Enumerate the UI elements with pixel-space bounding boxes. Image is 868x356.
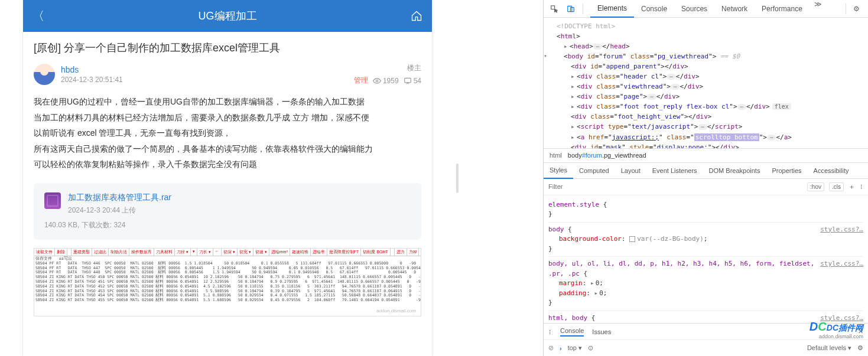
elements-tree[interactable]: <!DOCTYPE html> <html> <head>⋯</head> <b…	[544, 18, 868, 148]
tabs-more-icon[interactable]: ≫	[810, 0, 827, 18]
comment-icon	[404, 77, 412, 85]
tab-network[interactable]: Network	[714, 0, 755, 18]
tree-line[interactable]: <div id="append_parent"></div>	[550, 61, 862, 71]
username-link[interactable]: hbds	[61, 65, 348, 74]
tree-line[interactable]: <div class="foot_height_view"></div>	[550, 112, 862, 122]
svg-rect-3	[568, 6, 572, 11]
page-title: UG编程加工	[199, 9, 257, 23]
styles-tab-computed[interactable]: Computed	[573, 162, 615, 179]
svg-point-0	[376, 80, 378, 82]
devtools-panel: Elements Console Sources Network Perform…	[543, 0, 868, 356]
console-clear-icon[interactable]: ⊘	[548, 344, 554, 352]
replies-count: 54	[414, 77, 421, 85]
avatar[interactable]	[34, 64, 55, 85]
splitter[interactable]	[455, 0, 460, 356]
html-open[interactable]: <html>	[550, 31, 862, 41]
console-input-row: ⊘ › top ▾ ⊙ Default levels ▾ ⚙ DCDC插件网 a…	[544, 339, 868, 356]
content-line: 所有这两天自己摸索的做了一个简易的，具备基本的读写功能，依靠表格软件强大的编辑能…	[34, 141, 421, 157]
tab-console[interactable]: Console	[634, 0, 674, 18]
tree-line[interactable]: <div class="viewthread">⋯</div>	[550, 81, 862, 92]
attachment-link[interactable]: 加工数据库表格管理工具.rar	[68, 192, 171, 203]
styles-tab-accessibility[interactable]: Accessibility	[808, 162, 855, 179]
tab-elements[interactable]: Elements	[590, 0, 634, 18]
console-settings-icon[interactable]: ⚙	[857, 344, 863, 352]
replies-stat: 54	[404, 77, 421, 85]
styles-tab-styles[interactable]: Styles	[544, 162, 573, 179]
console-prompt-icon: ›	[560, 345, 562, 352]
tree-line[interactable]: <div id="mask" style="display:none;"></d…	[550, 142, 862, 148]
content-line: 可以轻松的依靠复制粘贴等操作，录入千条数据完全没有问题	[34, 156, 421, 172]
styles-tab-dombreakpoints[interactable]: DOM Breakpoints	[703, 162, 766, 179]
add-rule-icon[interactable]: ＋	[849, 182, 855, 191]
styles-filter-input[interactable]	[548, 183, 802, 190]
rar-icon	[44, 192, 61, 209]
hov-toggle[interactable]: :hov	[807, 182, 824, 191]
svg-rect-4	[570, 7, 574, 11]
excel-screenshot: 读取文件删除重建类型过滤比制动方法操作数据库刀具材料刀径 ▾▾刀长 ▾←切深 ▾…	[34, 248, 421, 316]
eye-icon	[373, 77, 381, 85]
mobile-header: 〈 UG编程加工	[23, 0, 432, 32]
post-title: [原创] 分享一个自己制作的加工数据库excel管理工具	[34, 40, 421, 56]
back-icon[interactable]: 〈	[32, 8, 44, 24]
tree-line[interactable]: <div class="page">⋯</div>	[550, 92, 862, 102]
body-line-selected[interactable]: <body id="forum" class="pg_viewthread"> …	[550, 51, 862, 61]
close-drawer-icon[interactable]: ✕	[858, 328, 863, 335]
inspect-icon[interactable]	[547, 2, 561, 16]
styles-more-icon[interactable]: ⫶	[860, 183, 863, 190]
tree-line[interactable]: <div class="foot foot_reply flex-box cl"…	[550, 102, 862, 112]
styles-tab-properties[interactable]: Properties	[766, 162, 807, 179]
attachment-info: 140.03 KB, 下载次数: 324	[44, 220, 411, 230]
styles-body[interactable]: element.style { } body {style.css?… back…	[544, 195, 868, 324]
watermark-text: addon.dismall.com	[376, 308, 416, 313]
svg-rect-2	[551, 5, 555, 9]
tree-line[interactable]: <a href="javascript:;" class="scrolltop …	[550, 132, 862, 142]
crumb-body[interactable]: body#forum.pg_viewthread	[568, 152, 646, 159]
settings-icon[interactable]: ⚙	[849, 5, 864, 13]
views-count: 1959	[383, 77, 399, 85]
tab-sources[interactable]: Sources	[674, 0, 714, 18]
attachment-box: 加工数据库表格管理工具.rar 2024-12-3 20:44 上传 140.0…	[34, 183, 421, 240]
views-stat: 1959	[373, 77, 399, 85]
svg-rect-1	[404, 78, 411, 83]
breadcrumb[interactable]: html body#forum.pg_viewthread	[544, 148, 868, 162]
doctype-line: <!DOCTYPE html>	[550, 21, 862, 31]
content-line: 以前听说有 excel 管理工具，无奈一直每有找到资源，	[34, 125, 421, 141]
styles-tab-layout[interactable]: Layout	[615, 162, 646, 179]
splitter-handle-icon	[456, 164, 459, 193]
post-timestamp: 2024-12-3 20:51:41	[61, 76, 348, 84]
device-toggle-icon[interactable]	[564, 2, 578, 16]
manage-link[interactable]: 管理	[354, 76, 368, 86]
console-input[interactable]	[599, 344, 801, 352]
tree-line[interactable]: <script type="text/javascript">⋯</script…	[550, 122, 862, 132]
cls-toggle[interactable]: .cls	[829, 182, 844, 191]
home-icon[interactable]	[411, 10, 422, 22]
context-selector[interactable]: top ▾	[568, 344, 582, 352]
tree-line[interactable]: <div class="header cl">⋯</div>	[550, 71, 862, 81]
drawer-tab-console[interactable]: Console	[560, 327, 584, 337]
post-content: 我在使用UG的过程中，曾经一直使用UG自带的加工数据库编辑器，一条条的输入加工数…	[34, 94, 421, 172]
drawer-tab-issues[interactable]: Issues	[592, 328, 611, 335]
floor-label: 楼主	[354, 63, 421, 73]
levels-selector[interactable]: Default levels ▾	[807, 344, 851, 352]
console-filter-icon[interactable]: ⊙	[588, 344, 593, 352]
attachment-uploaded: 2024-12-3 20:44 上传	[68, 205, 171, 215]
content-line: 当加工的材料刀具的材料已经方法增加后，需要录入的数据条数几乎成 立方 增加，深感…	[34, 110, 421, 126]
styles-tab-eventlisteners[interactable]: Event Listeners	[646, 162, 703, 179]
console-drawer-toggle-icon[interactable]: ⫶	[548, 328, 552, 335]
head-line[interactable]: <head>⋯</head>	[550, 41, 862, 51]
content-line: 我在使用UG的过程中，曾经一直使用UG自带的加工数据库编辑器，一条条的输入加工数…	[34, 94, 421, 110]
crumb-html[interactable]: html	[550, 152, 562, 159]
tab-performance[interactable]: Performance	[755, 0, 810, 18]
